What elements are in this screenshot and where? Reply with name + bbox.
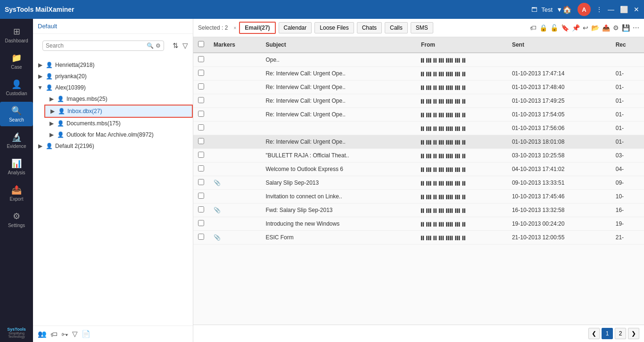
nav-item-search[interactable]: 🔍 Search: [0, 102, 33, 126]
table-row[interactable]: Re: Interview Call: Urgent Ope.. ▌▌ ▌▌▌ …: [193, 67, 644, 81]
close-button[interactable]: ✕: [634, 6, 639, 13]
save-icon[interactable]: 💾: [622, 24, 630, 32]
row-checkbox[interactable]: [198, 165, 204, 171]
nav-item-export[interactable]: 📤 Export: [0, 181, 33, 205]
search-settings-icon[interactable]: ⚙: [156, 42, 161, 49]
row-checkbox-cell[interactable]: [193, 190, 209, 204]
row-checkbox-cell[interactable]: [193, 53, 209, 67]
page-2-button[interactable]: 2: [615, 328, 626, 339]
row-checkbox-cell[interactable]: [193, 231, 209, 244]
nav-item-settings[interactable]: ⚙ Settings: [0, 207, 33, 232]
tree-item-documents[interactable]: ▶ 👤 Documents.mbs(175): [44, 118, 193, 129]
tab-calls[interactable]: Calls: [385, 22, 408, 33]
tab-calendar[interactable]: Calendar: [279, 22, 312, 33]
avatar[interactable]: A: [578, 3, 591, 16]
filter-bottom-icon[interactable]: ▽: [72, 330, 78, 338]
table-row[interactable]: ▌▌ ▌▌▌ ▌▌ ▌▌▌ ▌▌▌▌ ▌▌▌ ▌▌ 01-10-2013 17:…: [193, 122, 644, 135]
row-checkbox[interactable]: [198, 70, 204, 76]
row-checkbox[interactable]: [198, 193, 204, 199]
table-row[interactable]: 📎 Fwd: Salary Slip Sep-2013 ▌▌ ▌▌▌ ▌▌ ▌▌…: [193, 204, 644, 217]
row-checkbox[interactable]: [198, 234, 204, 240]
key-icon[interactable]: 🗝: [61, 330, 68, 338]
people-icon[interactable]: 👥: [38, 330, 47, 338]
tree-item-images[interactable]: ▶ 👤 Images.mbs(25): [44, 93, 193, 105]
tag-icon[interactable]: 🏷: [50, 330, 58, 338]
folder-open-icon[interactable]: 📂: [591, 24, 599, 32]
filter-options-icon[interactable]: ⇅: [173, 41, 179, 50]
row-checkbox[interactable]: [198, 138, 204, 144]
table-row[interactable]: Welcome to Outlook Express 6 ▌▌ ▌▌▌ ▌▌ ▌…: [193, 163, 644, 176]
pin-icon[interactable]: 📌: [572, 24, 580, 32]
tree-item-alex[interactable]: ▼ 👤 Alex(10399): [33, 82, 193, 93]
select-all-header[interactable]: [193, 37, 209, 53]
table-row[interactable]: Re: Interview Call: Urgent Ope.. ▌▌ ▌▌▌ …: [193, 135, 644, 149]
export-toolbar-icon[interactable]: 📤: [602, 24, 610, 32]
table-row[interactable]: "BULLETT RAJA : Official Theat.. ▌▌ ▌▌▌ …: [193, 149, 644, 163]
tab-email[interactable]: Email(27): [239, 22, 275, 34]
table-row[interactable]: 📎 Salary Slip Sep-2013 ▌▌ ▌▌▌ ▌▌ ▌▌▌ ▌▌▌…: [193, 176, 644, 190]
table-row[interactable]: 📎 ESIC Form ▌▌ ▌▌▌ ▌▌ ▌▌▌ ▌▌▌▌ ▌▌▌ ▌▌ 21…: [193, 231, 644, 244]
row-checkbox-cell[interactable]: [193, 81, 209, 94]
bookmark-icon[interactable]: 🔖: [561, 24, 569, 32]
table-row[interactable]: Re: Interview Call: Urgent Ope.. ▌▌ ▌▌▌ …: [193, 81, 644, 94]
nav-item-custodian[interactable]: 👤 Custodian: [0, 75, 33, 100]
row-checkbox[interactable]: [198, 97, 204, 103]
search-submit-icon[interactable]: 🔍: [147, 42, 154, 49]
tag-toolbar-icon[interactable]: 🏷: [530, 24, 537, 32]
tree-item-inbox[interactable]: ▶ 👤 Inbox.dbx(27): [44, 105, 193, 118]
tree-item-default2[interactable]: ▶ 👤 Default 2(2196): [33, 140, 193, 152]
page-1-button[interactable]: 1: [602, 328, 613, 339]
row-checkbox-cell[interactable]: [193, 149, 209, 163]
row-checkbox-cell[interactable]: [193, 108, 209, 122]
nav-item-case[interactable]: 📁 Case: [0, 49, 33, 73]
nav-item-analysis[interactable]: 📊 Analysis: [0, 155, 33, 179]
row-checkbox-cell[interactable]: [193, 135, 209, 149]
tab-chats[interactable]: Chats: [357, 22, 382, 33]
prev-page-button[interactable]: ❮: [588, 328, 600, 339]
tab-sms[interactable]: SMS: [411, 22, 433, 33]
table-row[interactable]: Introducing the new Windows ▌▌ ▌▌▌ ▌▌ ▌▌…: [193, 217, 644, 231]
settings-toolbar-icon[interactable]: ⚙: [613, 24, 619, 32]
row-checkbox-cell[interactable]: [193, 163, 209, 176]
tree-item-priyanka[interactable]: ▶ 👤 priyanka(20): [33, 71, 193, 82]
row-checkbox[interactable]: [198, 220, 204, 226]
row-checkbox-cell[interactable]: [193, 122, 209, 135]
row-checkbox-cell[interactable]: [193, 94, 209, 108]
row-checkbox[interactable]: [198, 179, 204, 185]
select-all-checkbox[interactable]: [198, 41, 204, 47]
nav-item-dashboard[interactable]: ⊞ Dashboard: [0, 23, 33, 47]
row-checkbox-cell[interactable]: [193, 217, 209, 231]
row-checkbox[interactable]: [198, 56, 204, 62]
table-row[interactable]: Invitation to connect on Linke.. ▌▌ ▌▌▌ …: [193, 190, 644, 204]
maximize-button[interactable]: ⬜: [620, 6, 628, 13]
nav-item-evidence[interactable]: 🔬 Evidence: [0, 128, 33, 153]
minimize-button[interactable]: —: [608, 6, 614, 13]
close-selection-icon[interactable]: ×: [233, 25, 236, 31]
row-markers: [209, 163, 261, 176]
dropdown-icon[interactable]: ▼: [556, 6, 562, 13]
tree-item-outlook-mac[interactable]: ▶ 👤 Outlook for Mac Archive.olm(8972): [44, 129, 193, 140]
document-icon[interactable]: 📄: [82, 330, 91, 338]
lock-open-icon[interactable]: 🔓: [550, 24, 558, 32]
table-row[interactable]: Ope.. ▌▌ ▌▌▌ ▌▌ ▌▌▌ ▌▌▌▌ ▌▌▌ ▌▌: [193, 53, 644, 67]
lock-closed-icon[interactable]: 🔒: [539, 24, 547, 32]
tree-item-henrietta[interactable]: ▶ 👤 Henrietta(2918): [33, 59, 193, 71]
row-checkbox[interactable]: [198, 83, 204, 90]
home-icon[interactable]: 🏠: [562, 5, 572, 14]
row-checkbox-cell[interactable]: [193, 67, 209, 81]
next-page-button[interactable]: ❯: [628, 328, 639, 339]
table-row[interactable]: Re: Interview Call: Urgent Ope.. ▌▌ ▌▌▌ …: [193, 94, 644, 108]
search-input[interactable]: [46, 42, 147, 49]
row-checkbox-cell[interactable]: [193, 176, 209, 190]
row-checkbox[interactable]: [198, 206, 204, 212]
undo-icon[interactable]: ↩: [583, 24, 588, 32]
row-checkbox[interactable]: [198, 152, 204, 158]
row-checkbox-cell[interactable]: [193, 204, 209, 217]
more-options-icon[interactable]: ⋯: [633, 24, 639, 32]
row-checkbox[interactable]: [198, 124, 204, 130]
tab-loose-files[interactable]: Loose Files: [314, 22, 354, 33]
menu-icon[interactable]: ⋮: [596, 6, 602, 13]
table-row[interactable]: Re: Interview Call: Urgent Ope.. ▌▌ ▌▌▌ …: [193, 108, 644, 122]
filter-icon[interactable]: ▽: [182, 41, 188, 50]
row-checkbox[interactable]: [198, 111, 204, 117]
